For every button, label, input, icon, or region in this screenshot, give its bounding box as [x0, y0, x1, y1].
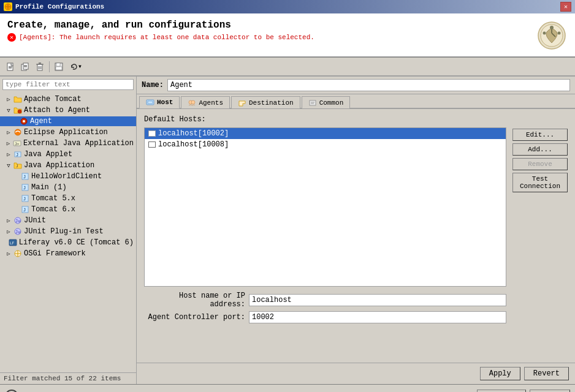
tree-item-junit[interactable]: ▷ Ju JUnit — [0, 215, 136, 226]
test-connection-button[interactable]: Test Connection — [512, 173, 568, 192]
status-bar: ? Profile Close — [0, 384, 575, 392]
no-expand — [15, 184, 20, 191]
tree-label: JUnit Plug-in Test — [24, 227, 104, 236]
tree-label: HelloWorldClient — [31, 172, 102, 181]
osgi-icon — [13, 249, 22, 258]
svg-rect-25 — [56, 67, 62, 70]
host-item-label-0: localhost[10002] — [158, 129, 229, 138]
tree-expand-osgi: ▷ — [5, 250, 12, 257]
bottom-buttons: Apply Revert — [137, 363, 575, 384]
tree-label: Eclipse Application — [24, 128, 108, 137]
delete-config-button[interactable] — [33, 60, 47, 74]
agents-tab-icon — [188, 99, 196, 107]
help-button[interactable]: ? — [5, 390, 18, 393]
tree-label: OSGi Framework — [24, 249, 86, 258]
profile-button[interactable]: Profile — [477, 390, 526, 393]
tree-label: JUnit — [24, 216, 46, 225]
tree-expand-applet: ▷ — [5, 151, 12, 158]
tree-container: ▷ Apache Tomcat ▽ — [0, 92, 136, 372]
hosts-list: localhost[10002] localhost[10008] — [144, 127, 506, 287]
tree-item-agent[interactable]: Agent — [0, 116, 136, 127]
java-app-folder-icon: J — [13, 161, 22, 170]
tree-item-java-app[interactable]: ▽ J Java Application — [0, 160, 136, 171]
new-config-button[interactable] — [4, 60, 17, 74]
toolbar: ▼ — [0, 58, 575, 76]
error-icon: ✕ — [7, 33, 16, 42]
java-class-icon2: J — [21, 183, 29, 192]
remove-button[interactable]: Remove — [512, 158, 568, 170]
tree-item-apache-tomcat[interactable]: ▷ Apache Tomcat — [0, 94, 136, 105]
tree-label: Java Application — [24, 161, 94, 170]
tree-item-tomcat6[interactable]: J Tomcat 6.x — [0, 204, 136, 215]
no-expand — [15, 195, 20, 202]
tab-host[interactable]: Host — [139, 96, 180, 108]
tree-item-tomcat5[interactable]: J Tomcat 5.x — [0, 193, 136, 204]
tree-expand-liferay — [4, 239, 7, 246]
liferay-icon: LF — [9, 238, 17, 247]
host-item-0[interactable]: localhost[10002] — [145, 128, 506, 139]
save-config-button[interactable] — [52, 60, 66, 74]
svg-point-28 — [23, 120, 25, 123]
tree-item-junit-plugin[interactable]: ▷ Ju JUnit Plug-in Test — [0, 226, 136, 237]
window-close-button[interactable]: ✕ — [560, 2, 571, 12]
header-area: Create, manage, and run configurations ✕… — [0, 13, 575, 57]
hostname-label: Host name or IP address: — [144, 292, 245, 309]
svg-point-6 — [558, 32, 561, 35]
apply-button[interactable]: Apply — [480, 367, 520, 380]
eclipse-icon — [13, 128, 22, 137]
tree-label: Apache Tomcat — [24, 95, 82, 104]
filter-input[interactable] — [2, 79, 134, 90]
svg-text:J: J — [16, 153, 18, 157]
left-panel: ▷ Apache Tomcat ▽ — [0, 77, 137, 384]
header-heading: Create, manage, and run configurations — [7, 20, 314, 31]
revert-dropdown-button[interactable]: ▼ — [67, 60, 85, 74]
ext-java-icon: J> — [13, 139, 21, 148]
host-item-1[interactable]: localhost[10008] — [145, 139, 506, 150]
window-title: Profile Configurations — [15, 3, 104, 10]
tree-label: Java Applet — [24, 150, 72, 159]
edit-button[interactable]: Edit... — [512, 129, 568, 141]
tree-item-main1[interactable]: J Main (1) — [0, 182, 136, 193]
tree-item-osgi[interactable]: ▷ OSGi Framework — [0, 248, 136, 259]
port-row: Agent Controller port: — [144, 311, 506, 323]
close-button[interactable]: Close — [530, 390, 570, 393]
name-input[interactable] — [167, 79, 570, 91]
tab-destination-label: Destination — [249, 99, 294, 107]
tree-label: Tomcat 5.x — [31, 194, 75, 203]
tree-item-liferay[interactable]: LF Liferay v6.0 CE (Tomcat 6) — [0, 237, 136, 248]
tree-expand-apache-tomcat: ▷ — [5, 96, 12, 103]
tab-common[interactable]: Common — [302, 96, 351, 108]
svg-text:J>: J> — [15, 141, 20, 146]
svg-rect-14 — [23, 63, 28, 69]
tab-destination[interactable]: Destination — [231, 96, 300, 108]
tree-item-hello-world[interactable]: J HelloWorldClient — [0, 171, 136, 182]
error-message: [Agents]: The launch requires at least o… — [19, 34, 314, 41]
svg-text:LF: LF — [10, 241, 15, 245]
toolbar-separator — [49, 61, 50, 72]
action-buttons: Edit... Add... Remove Test Connection — [512, 129, 568, 356]
add-button[interactable]: Add... — [512, 143, 568, 156]
revert-button[interactable]: Revert — [524, 367, 569, 380]
tree-item-eclipse-app[interactable]: ▷ Eclipse Application — [0, 127, 136, 138]
tree-item-java-applet[interactable]: ▷ J Java Applet — [0, 149, 136, 160]
duplicate-config-button[interactable] — [18, 60, 32, 74]
tree-item-attach-to-agent[interactable]: ▽ Attach to Agent — [0, 105, 136, 116]
svg-point-26 — [18, 110, 21, 113]
name-bar: Name: — [137, 77, 575, 94]
tree-label: External Java Application — [23, 139, 134, 148]
tree-item-ext-java[interactable]: ▷ J> External Java Application — [0, 138, 136, 149]
svg-text:J: J — [23, 197, 26, 202]
tab-agents-label: Agents — [199, 99, 223, 107]
svg-point-7 — [543, 32, 546, 35]
main-body: ▷ Apache Tomcat ▽ — [0, 76, 575, 384]
java-class-icon: J — [21, 172, 29, 181]
tree-expand-junit-plugin: ▷ — [5, 228, 12, 235]
port-label: Agent Controller port: — [144, 313, 245, 322]
svg-text:Ju: Ju — [15, 219, 20, 224]
tab-agents[interactable]: Agents — [181, 96, 230, 108]
hostname-input[interactable] — [249, 294, 506, 306]
port-input[interactable] — [249, 311, 506, 323]
attach-folder-icon — [13, 106, 22, 115]
host-tab-content: Default Hosts: localhost[10002] localhos… — [137, 109, 575, 363]
svg-text:J: J — [23, 208, 26, 213]
